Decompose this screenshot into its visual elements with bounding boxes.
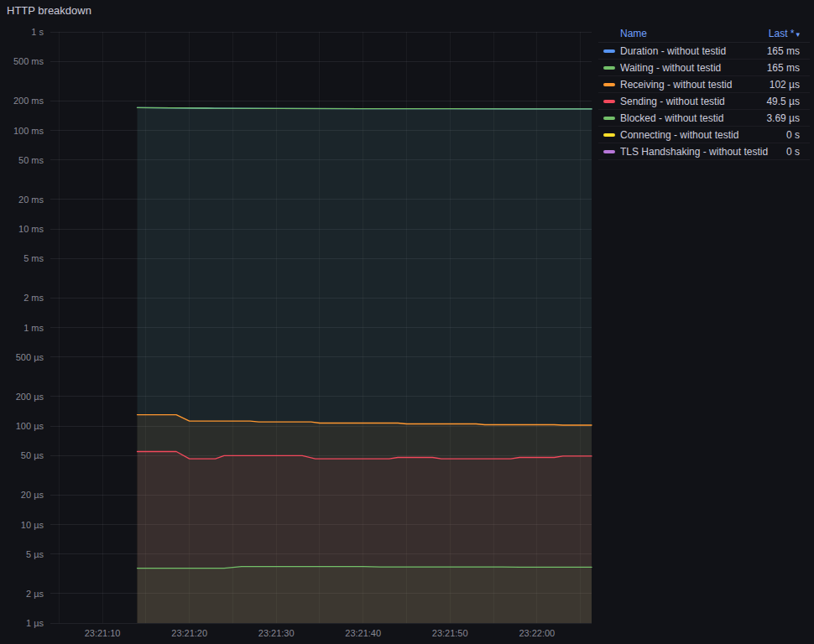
legend-row[interactable]: Duration - without testid165 ms bbox=[598, 43, 810, 60]
y-axis-tick-label: 200 µs bbox=[16, 392, 44, 402]
series-label[interactable]: Blocked - without testid bbox=[620, 112, 759, 124]
series-fill-blocked-without-testid bbox=[138, 567, 592, 623]
series-color-swatch bbox=[603, 100, 615, 103]
legend-row[interactable]: TLS Handshaking - without testid0 s bbox=[598, 143, 810, 160]
legend-header: Name Last *▾ bbox=[598, 26, 810, 43]
series-color-swatch bbox=[603, 117, 615, 120]
series-last-value: 165 ms bbox=[767, 45, 800, 57]
y-axis-tick-label: 100 ms bbox=[13, 126, 44, 136]
y-axis-tick-label: 500 ms bbox=[13, 56, 44, 66]
x-axis-tick-label: 23:21:40 bbox=[345, 628, 381, 638]
y-axis-tick-label: 500 µs bbox=[16, 352, 44, 362]
y-axis-tick-label: 10 µs bbox=[21, 520, 44, 530]
x-axis-tick-label: 23:22:00 bbox=[519, 628, 555, 638]
series-last-value: 165 ms bbox=[767, 62, 800, 74]
legend-row[interactable]: Sending - without testid49.5 µs bbox=[598, 93, 810, 110]
series-last-value: 102 µs bbox=[770, 79, 800, 91]
legend-col-last[interactable]: Last *▾ bbox=[769, 28, 800, 39]
series-color-swatch bbox=[603, 150, 615, 153]
y-axis-tick-label: 50 ms bbox=[18, 155, 44, 165]
chart-plot-area[interactable]: 1 s500 ms200 ms100 ms50 ms20 ms10 ms5 ms… bbox=[0, 0, 596, 644]
series-last-value: 0 s bbox=[786, 129, 800, 141]
legend-row[interactable]: Connecting - without testid0 s bbox=[598, 127, 810, 143]
legend-row[interactable]: Waiting - without testid165 ms bbox=[598, 60, 810, 76]
y-axis-tick-label: 20 µs bbox=[21, 490, 44, 500]
legend-row[interactable]: Receiving - without testid102 µs bbox=[598, 76, 810, 93]
series-color-swatch bbox=[603, 133, 615, 137]
sort-caret-icon: ▾ bbox=[796, 30, 800, 39]
y-axis-tick-label: 50 µs bbox=[21, 450, 44, 460]
y-axis-tick-label: 10 ms bbox=[18, 224, 44, 234]
series-label[interactable]: Waiting - without testid bbox=[620, 62, 760, 74]
y-axis-tick-label: 1 s bbox=[31, 27, 44, 37]
timeseries-chart: 1 s500 ms200 ms100 ms50 ms20 ms10 ms5 ms… bbox=[0, 0, 596, 644]
panel-http-breakdown: HTTP breakdown 1 s500 ms200 ms100 ms50 m… bbox=[0, 0, 814, 644]
y-axis-tick-label: 5 ms bbox=[23, 253, 44, 263]
x-axis-tick-label: 23:21:50 bbox=[432, 628, 468, 638]
legend-col-last-label: Last * bbox=[769, 28, 795, 39]
y-axis-tick-label: 1 µs bbox=[26, 618, 44, 628]
y-axis-tick-label: 200 ms bbox=[13, 96, 44, 106]
series-last-value: 49.5 µs bbox=[766, 96, 800, 107]
series-label[interactable]: TLS Handshaking - without testid bbox=[620, 146, 780, 158]
series-label[interactable]: Connecting - without testid bbox=[620, 129, 780, 141]
y-axis-tick-label: 5 µs bbox=[26, 549, 44, 559]
y-axis-tick-label: 100 µs bbox=[16, 421, 44, 431]
y-axis-tick-label: 2 µs bbox=[26, 589, 44, 599]
series-last-value: 0 s bbox=[786, 146, 800, 158]
series-label[interactable]: Receiving - without testid bbox=[620, 79, 763, 91]
legend-rows: Duration - without testid165 msWaiting -… bbox=[598, 43, 810, 160]
y-axis-tick-label: 2 ms bbox=[23, 293, 44, 303]
series-label[interactable]: Sending - without testid bbox=[620, 96, 759, 107]
series-last-value: 3.69 µs bbox=[766, 112, 800, 124]
series-color-swatch bbox=[603, 83, 615, 86]
x-axis-tick-label: 23:21:10 bbox=[85, 628, 121, 638]
series-color-swatch bbox=[603, 49, 615, 53]
y-axis-tick-label: 20 ms bbox=[18, 195, 44, 205]
series-color-swatch bbox=[603, 66, 615, 70]
x-axis-tick-label: 23:21:30 bbox=[258, 628, 295, 638]
legend-row[interactable]: Blocked - without testid3.69 µs bbox=[598, 110, 810, 127]
series-label[interactable]: Duration - without testid bbox=[620, 45, 760, 57]
legend-table: Name Last *▾ Duration - without testid16… bbox=[598, 26, 810, 160]
legend-col-name[interactable]: Name bbox=[620, 28, 647, 39]
y-axis-tick-label: 1 ms bbox=[23, 323, 44, 333]
x-axis-tick-label: 23:21:20 bbox=[171, 628, 207, 638]
